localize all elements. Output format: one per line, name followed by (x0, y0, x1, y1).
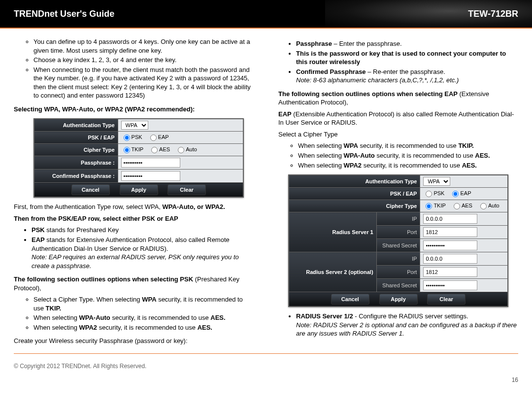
list-item: PSK stands for Preshared Key (32, 226, 254, 235)
clear-button[interactable]: Clear (427, 294, 466, 305)
tkip-radio[interactable] (124, 147, 130, 153)
left-column: You can define up to 4 passwords or 4 ke… (14, 37, 254, 348)
key-intro-list: You can define up to 4 passwords or 4 ke… (14, 37, 254, 100)
clear-button[interactable]: Clear (167, 184, 206, 195)
confirm-passphrase-label: Confirmed Passphrase : (34, 170, 118, 183)
eap-desc: EAP (Extensible Authentication Protocol)… (278, 110, 518, 127)
footer-divider (14, 353, 518, 354)
eap-radio[interactable] (150, 135, 157, 141)
list-item: When selecting WPA-Auto security, it is … (298, 151, 518, 160)
radius1-ip-input[interactable] (423, 214, 477, 224)
list-item: Choose a key index 1, 2, 3, or 4 and ent… (33, 56, 254, 65)
cancel-button[interactable]: Cancel (331, 294, 369, 305)
passphrase-input[interactable] (121, 158, 180, 168)
right-column: Passphrase – Enter the passphrase. This … (278, 37, 518, 348)
list-item: When selecting WPA2 security, it is reco… (33, 323, 254, 332)
port-label: Port (376, 226, 420, 239)
eap-section-heading: The following section outlines options w… (278, 90, 518, 107)
aes-radio[interactable] (151, 147, 158, 153)
ip-label: IP (376, 212, 420, 226)
confirm-passphrase-input[interactable] (121, 171, 180, 181)
list-item: EAP stands for Extensive Authentication … (32, 236, 254, 270)
list-item: Confirmed Passphrase – Re-enter the pass… (296, 68, 518, 85)
model-number: TEW-712BR (468, 9, 518, 19)
passphrase-list: Passphrase – Enter the passphrase. This … (278, 39, 518, 85)
list-item: When selecting WPA-Auto security, it is … (33, 313, 254, 322)
create-passphrase-text: Create your Wireless security Passphrase… (14, 337, 254, 345)
auth-type-select[interactable]: WPA (423, 177, 450, 186)
port-label: Port (376, 266, 420, 279)
eap-radio[interactable] (452, 191, 459, 197)
list-item: This is the password or key that is used… (296, 49, 518, 67)
wpa-psk-dialog: Authentication Type WPA PSK / EAP PSK EA… (33, 118, 244, 198)
heading-select-wpa: Selecting WPA, WPA-Auto, or WPA2 (WPA2 r… (14, 105, 195, 113)
psk-section-heading: The following section outlines options w… (14, 275, 254, 292)
guide-title: TRENDnet User's Guide (14, 9, 114, 19)
ss-label: Shared Secret (376, 279, 420, 292)
ip-label: IP (376, 252, 420, 266)
list-item: Passphrase – Enter the passphrase. (296, 39, 518, 48)
psk-eap-list: PSK stands for Preshared Key EAP stands … (14, 226, 254, 270)
cipher-label: Cipher Type (289, 200, 420, 212)
page-body: You can define up to 4 passwords or 4 ke… (0, 29, 532, 353)
cancel-button[interactable]: Cancel (71, 184, 110, 195)
tkip-radio[interactable] (426, 203, 432, 209)
heading-psk-eap: Then from the PSK/EAP row, select either… (14, 215, 178, 222)
auth-type-label: Authentication Type (289, 175, 420, 188)
auto-radio[interactable] (480, 203, 487, 209)
radius1-port-input[interactable] (423, 227, 477, 237)
cipher-label: Cipher Type (34, 144, 118, 156)
radius2-secret-input[interactable] (423, 280, 477, 290)
radius1-secret-input[interactable] (423, 240, 477, 250)
select-cipher-text: Select a Cipher Type (278, 130, 518, 139)
wpa-eap-dialog: Authentication Type WPA PSK / EAP PSK EA… (288, 174, 508, 307)
list-item: RADIUS Server 1/2 - Configure the RADIUS… (296, 312, 518, 338)
pskeap-label: PSK / EAP (289, 188, 420, 200)
apply-button[interactable]: Apply (379, 294, 418, 305)
footer-copyright: © Copyright 2012 TRENDnet. All Rights Re… (0, 358, 532, 377)
auto-radio[interactable] (178, 147, 184, 153)
list-item: When selecting WPA2 security, it is reco… (298, 161, 518, 170)
radius2-port-input[interactable] (423, 267, 477, 277)
after-dialog-text: First, from the Authentication Type row,… (14, 203, 254, 211)
radius2-ip-input[interactable] (423, 254, 477, 264)
apply-button[interactable]: Apply (120, 184, 158, 195)
pskeap-label: PSK / EAP (34, 132, 118, 144)
radius1-label: Radius Server 1 (289, 212, 377, 252)
psk-radio[interactable] (124, 135, 130, 141)
page-header: TRENDnet User's Guide TEW-712BR (0, 0, 532, 29)
list-item: When connecting to the router, the clien… (33, 66, 254, 100)
auth-type-select[interactable]: WPA (121, 121, 148, 130)
list-item: You can define up to 4 passwords or 4 ke… (33, 37, 254, 55)
page-number: 16 (0, 377, 532, 383)
ss-label: Shared Secret (376, 239, 420, 252)
list-item: Select a Cipher Type. When selecting WPA… (33, 295, 254, 312)
list-item: When selecting WPA security, it is recom… (298, 141, 518, 150)
cipher-list-right: When selecting WPA security, it is recom… (278, 141, 518, 170)
aes-radio[interactable] (454, 203, 460, 209)
radius-list: RADIUS Server 1/2 - Configure the RADIUS… (278, 312, 518, 338)
passphrase-label: Passphrase : (34, 156, 118, 170)
auth-type-label: Authentication Type (34, 119, 118, 132)
psk-radio[interactable] (426, 191, 432, 197)
cipher-list: Select a Cipher Type. When selecting WPA… (14, 295, 254, 332)
radius2-label: Radius Server 2 (optional) (289, 252, 377, 292)
